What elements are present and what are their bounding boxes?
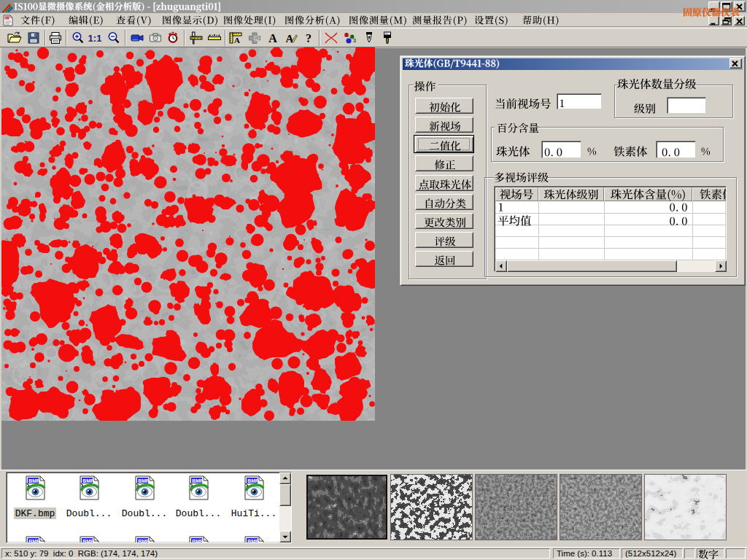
svg-text:1: 1 [345, 32, 348, 37]
svg-text:A: A [268, 31, 277, 45]
svg-text:BMP: BMP [138, 478, 150, 483]
svg-text:BMP: BMP [247, 539, 259, 543]
svg-text:BMP: BMP [82, 539, 94, 543]
svg-text:A: A [234, 36, 240, 44]
svg-text:?: ? [306, 32, 311, 44]
svg-text:BMP: BMP [138, 539, 150, 543]
svg-text:BMP: BMP [192, 539, 204, 543]
svg-text:DOC: DOC [5, 17, 11, 20]
svg-text:BMP: BMP [247, 478, 259, 483]
svg-text:BMP: BMP [82, 478, 94, 483]
svg-text:BMP: BMP [192, 478, 204, 483]
svg-text:BMP: BMP [28, 539, 40, 543]
svg-text:A: A [286, 33, 294, 44]
svg-text:1:1: 1:1 [88, 33, 102, 44]
svg-text:3: 3 [353, 38, 356, 43]
svg-text:BMP: BMP [28, 478, 40, 483]
